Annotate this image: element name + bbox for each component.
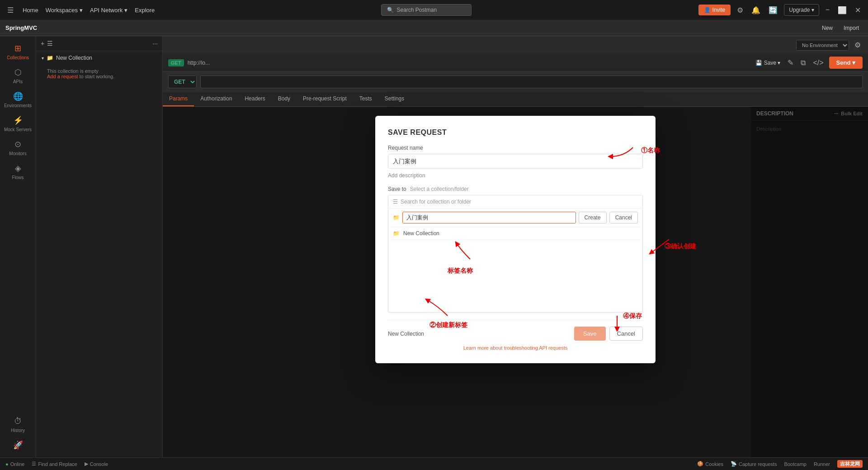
tab-authorization[interactable]: Authorization xyxy=(194,92,238,106)
online-dot: ● xyxy=(5,461,9,467)
import-button[interactable]: Import xyxy=(840,23,863,33)
sidebar-item-apis[interactable]: ⬡ APIs xyxy=(0,64,36,88)
sidebar-item-collections[interactable]: ⊞ Collections xyxy=(0,40,36,64)
api-network-nav[interactable]: API Network ▾ xyxy=(90,7,127,14)
code-icon[interactable]: </> xyxy=(811,57,825,69)
save-modal-button[interactable]: Save xyxy=(574,327,606,341)
top-bar-right: 👤 Invite ⚙ 🔔 🔄 Upgrade ▾ − ⬜ ✕ xyxy=(698,4,863,16)
more-options-icon[interactable]: ··· xyxy=(152,40,158,47)
search-collection-bar: ☰ Search for collection or folder xyxy=(388,195,642,209)
method-select[interactable]: GET xyxy=(168,76,197,88)
footer-new-collection: New Collection xyxy=(388,331,424,337)
runner-label: Runner xyxy=(814,461,830,467)
cancel-inline-button[interactable]: Cancel xyxy=(609,212,638,223)
create-collection-row[interactable]: 📁 Create Cancel xyxy=(388,209,642,227)
capture-requests-btn[interactable]: 📡 Capture requests xyxy=(731,461,777,467)
env-settings-icon[interactable]: ⚙ xyxy=(853,39,863,51)
find-icon: ☰ xyxy=(32,461,36,467)
settings-icon[interactable]: ⚙ xyxy=(735,4,745,16)
tab-settings[interactable]: Settings xyxy=(378,92,410,106)
minimize-button[interactable]: − xyxy=(824,4,831,16)
cookies-icon: 🍪 xyxy=(697,461,703,467)
new-button[interactable]: New xyxy=(818,23,836,33)
tab-tests[interactable]: Tests xyxy=(353,92,378,106)
bootcamp-btn[interactable]: Bootcamp xyxy=(784,461,807,467)
request-bar: GET http://lo... 💾 Save ▾ ✎ ⧉ </> Send ▾ xyxy=(163,54,868,72)
sidebar-item-mock-servers[interactable]: ⚡ Mock Servers xyxy=(0,112,36,136)
mock-servers-icon: ⚡ xyxy=(13,115,23,125)
copy-icon[interactable]: ⧉ xyxy=(799,57,807,69)
save-request-modal: SAVE REQUEST Request name Add descriptio… xyxy=(375,116,656,363)
online-status: ● Online xyxy=(5,461,24,467)
tab-params[interactable]: Params xyxy=(163,92,194,106)
environment-select[interactable]: No Environment xyxy=(796,40,849,51)
notification-icon[interactable]: 🔔 xyxy=(750,4,762,16)
menu-button[interactable]: ☰ xyxy=(5,4,15,16)
sidebar-item-label: Monitors xyxy=(9,151,26,156)
edit-icon[interactable]: ✎ xyxy=(786,57,795,69)
collapse-arrow: ▾ xyxy=(42,56,44,61)
invite-icon: 👤 xyxy=(704,7,711,13)
modal-footer: New Collection Save Cancel xyxy=(388,320,643,341)
add-description-link[interactable]: Add description xyxy=(388,172,643,179)
url-input[interactable] xyxy=(200,76,863,88)
learn-more-link[interactable]: Learn more about troubleshooting API req… xyxy=(388,345,643,351)
tab-bar: Params Authorization Headers Body Pre-re… xyxy=(163,92,868,107)
sidebar-item-label: Mock Servers xyxy=(4,127,32,132)
new-collection-label: New Collection xyxy=(403,230,439,237)
top-bar-center: 🔍 Search Postman xyxy=(158,4,694,16)
cookies-btn[interactable]: 🍪 Cookies xyxy=(697,461,723,467)
add-collection-icon[interactable]: + xyxy=(41,40,44,47)
add-request-link[interactable]: Add a request xyxy=(47,74,78,79)
save-button[interactable]: 💾 Save ▾ xyxy=(754,57,782,69)
sub-bar-actions: New Import xyxy=(818,23,863,33)
sidebar-item-label: APIs xyxy=(13,79,23,84)
collection-name-input[interactable] xyxy=(402,212,576,223)
modal-title: SAVE REQUEST xyxy=(388,128,643,137)
search-collection-icon: ☰ xyxy=(393,199,398,205)
new-collection-item[interactable]: 📁 New Collection xyxy=(388,227,642,240)
explore-nav[interactable]: Explore xyxy=(135,7,155,14)
sidebar-item-history[interactable]: ⏱ History xyxy=(9,413,27,437)
search-bar[interactable]: 🔍 Search Postman xyxy=(381,4,472,16)
search-icon: 🔍 xyxy=(387,7,394,13)
main-layout: ⊞ Collections ⬡ APIs 🌐 Environments ⚡ Mo… xyxy=(0,36,868,457)
sidebar: ⊞ Collections ⬡ APIs 🌐 Environments ⚡ Mo… xyxy=(0,36,36,457)
sidebar-item-flows[interactable]: ◈ Flows xyxy=(0,160,36,184)
tab-body[interactable]: Body xyxy=(272,92,297,106)
send-button[interactable]: Send ▾ xyxy=(829,57,863,69)
invite-button[interactable]: 👤 Invite xyxy=(698,5,731,15)
search-collection-placeholder: Search for collection or folder xyxy=(401,199,471,205)
close-button[interactable]: ✕ xyxy=(853,4,863,16)
sidebar-item-rocket[interactable]: 🚀 xyxy=(9,437,27,457)
workspace-title: SpringMVC xyxy=(5,24,37,31)
home-nav[interactable]: Home xyxy=(23,7,38,14)
tab-headers[interactable]: Headers xyxy=(238,92,271,106)
console-btn[interactable]: ▶ Console xyxy=(85,461,108,467)
history-icon: ⏱ xyxy=(14,417,22,426)
left-panel-header: + ☰ ··· xyxy=(36,36,162,51)
tab-pre-request[interactable]: Pre-request Script xyxy=(297,92,353,106)
find-replace-btn[interactable]: ☰ Find and Replace xyxy=(32,461,77,467)
bottom-bar: ● Online ☰ Find and Replace ▶ Console 🍪 … xyxy=(0,457,868,470)
sidebar-item-label: Collections xyxy=(7,55,29,60)
sub-bar: SpringMVC New Import xyxy=(0,20,868,36)
sidebar-item-environments[interactable]: 🌐 Environments xyxy=(0,88,36,112)
cancel-modal-button[interactable]: Cancel xyxy=(609,327,643,341)
upgrade-button[interactable]: Upgrade ▾ xyxy=(784,4,819,16)
request-name-input[interactable] xyxy=(388,154,643,169)
collections-icon: ⊞ xyxy=(14,43,21,53)
sidebar-item-monitors[interactable]: ⊙ Monitors xyxy=(0,136,36,160)
console-label: Console xyxy=(90,461,108,467)
maximize-button[interactable]: ⬜ xyxy=(836,4,849,16)
create-button[interactable]: Create xyxy=(579,212,607,223)
collection-row[interactable]: ▾ 📁 New Collection xyxy=(36,51,162,65)
sync-icon[interactable]: 🔄 xyxy=(767,4,779,16)
collection-name: New Collection xyxy=(56,55,92,61)
workspaces-nav[interactable]: Workspaces ▾ xyxy=(46,7,83,14)
filter-icon[interactable]: ☰ xyxy=(47,40,53,47)
capture-icon: 📡 xyxy=(731,461,737,467)
collection-empty-text: This collection is empty Add a request t… xyxy=(36,65,162,83)
runner-btn[interactable]: Runner xyxy=(814,461,830,467)
cookies-label: Cookies xyxy=(705,461,723,467)
